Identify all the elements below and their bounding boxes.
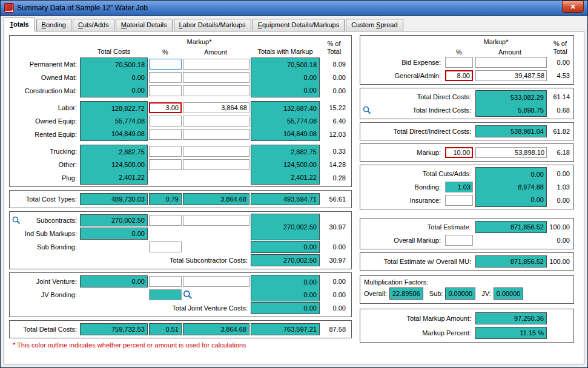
value: 2,401.22	[81, 171, 147, 183]
markup-header: Markup* %Amount	[149, 37, 249, 56]
value: 0.00	[251, 289, 319, 301]
row-label: Total Direct/Indirect Costs:	[363, 128, 473, 135]
row-label: Other:	[12, 161, 79, 168]
pct-of-total: 0.00	[321, 278, 347, 285]
tab-material-details[interactable]: Material Details	[116, 19, 173, 31]
general-admin-pct-input[interactable]	[445, 70, 473, 81]
row-label: Total Detail Costs:	[12, 326, 79, 333]
value: 104,849.08	[81, 128, 147, 140]
app-icon	[4, 3, 14, 13]
row-label: Joint Venture:	[12, 278, 79, 285]
amount-input[interactable]	[183, 59, 249, 70]
amount-input[interactable]	[183, 85, 249, 96]
pct-input[interactable]	[149, 146, 182, 157]
value: 124,500.00	[251, 159, 319, 171]
value: 3,864.68	[183, 193, 249, 205]
row-label: Total Cost Types:	[12, 196, 79, 203]
tab-bar: Totals Bonding Cuts/Adds Material Detail…	[1, 16, 587, 31]
pct-of-total: 0.33	[321, 148, 347, 155]
row-label: Total Direct Costs:	[363, 93, 473, 100]
value: 55,774.08	[251, 115, 319, 127]
sub-bonding-input[interactable]	[149, 242, 182, 252]
pct-input[interactable]	[149, 85, 182, 96]
general-admin-amount-input[interactable]	[475, 70, 547, 81]
row-label: Owned Mat:	[12, 74, 79, 81]
pct-input[interactable]	[149, 72, 182, 83]
bid-expense-pct-input[interactable]	[445, 57, 473, 68]
amount-input[interactable]	[183, 129, 249, 140]
value: 270,002.50	[80, 214, 148, 226]
amount-input[interactable]	[183, 72, 249, 83]
pct-of-total: 61.14	[549, 93, 571, 100]
pct-input[interactable]	[149, 116, 182, 126]
bid-expense-amount-input[interactable]	[475, 57, 547, 68]
summary-data-window: Summary Data of Sample 12" Water Job ✕ T…	[0, 0, 588, 368]
value: 493,594.71	[251, 193, 320, 205]
tab-totals[interactable]: Totals	[4, 18, 35, 31]
jv-bonding-search	[183, 288, 249, 301]
row-label: Subcontracts:	[21, 217, 79, 224]
pct-of-total: 8.09	[321, 61, 347, 68]
pct-of-total: 0.00	[321, 74, 347, 81]
total-estimate-grid: Total Estimate: 871,856.52 100.00 Overal…	[363, 220, 571, 247]
indirect-search-icon[interactable]	[363, 106, 371, 114]
value: 0.00	[251, 84, 319, 96]
markup-header-label: Markup*	[484, 38, 509, 46]
tab-cuts-adds[interactable]: Cuts/Adds	[73, 19, 114, 31]
labor-amount-input[interactable]	[183, 102, 249, 113]
value: 0.00	[80, 228, 148, 240]
total-direct-indirect-row: Total Direct/Indirect Costs: 538,981.04 …	[363, 125, 571, 138]
value: 55,774.08	[81, 115, 147, 127]
pct-of-total: 61.82	[549, 128, 571, 135]
right-table-header-grid: Markup* %Amount % of Total Bid Expense: …	[363, 38, 571, 82]
markup-pct-input[interactable]	[445, 147, 473, 158]
pct-input[interactable]	[149, 129, 182, 140]
tab-label: onding	[46, 21, 66, 28]
row-label: Total Indirect Costs:	[371, 107, 473, 114]
pct-input[interactable]	[149, 159, 182, 170]
row-label: Bonding:	[363, 183, 443, 191]
tab-labor-details-markups[interactable]: Labor Details/Markups	[174, 19, 251, 31]
row-label: Markup Percent:	[363, 329, 473, 337]
amount-input[interactable]	[183, 276, 249, 287]
overall-markup-input[interactable]	[445, 235, 473, 246]
pct-input[interactable]	[149, 59, 182, 70]
value: 0.00	[251, 276, 319, 288]
total-costs-values: 2,882.75 124,500.00 2,401.22	[80, 145, 148, 185]
amount-input[interactable]	[183, 215, 249, 226]
value: 0.00	[81, 84, 147, 96]
tab-equipment-details-markups[interactable]: Equipment Details/Markups	[253, 19, 345, 31]
tab-custom-spread[interactable]: Custom Spread	[346, 19, 403, 31]
insurance-pct-input[interactable]	[445, 195, 473, 206]
value: 270,002.50	[251, 221, 319, 233]
subcontracts-box: Subcontracts: 270,002.50 270,002.50 30.9…	[9, 211, 352, 269]
totals-with-markup-values: 70,500.18 0.00 0.00	[251, 58, 320, 97]
pct-input[interactable]	[149, 276, 182, 287]
joint-venture-grid: Joint Venture: 0.00 0.00 0.00 0.00 0.00 …	[12, 275, 349, 315]
pct-of-total: 0.68	[549, 107, 571, 114]
amount-input[interactable]	[183, 159, 249, 170]
subcontracts-search-icon[interactable]	[12, 216, 21, 225]
markup-totals-box: Total Markup Amount: 97,250.36 Markup Pe…	[360, 309, 574, 343]
jv-bonding-search-icon[interactable]	[183, 290, 193, 300]
jv-bonding-input[interactable]	[149, 289, 182, 300]
value: 3,864.68	[183, 323, 249, 335]
labor-pct-input[interactable]	[149, 102, 182, 113]
pct-of-total-header: % of Total	[549, 38, 571, 56]
row-label: Insurance:	[363, 197, 443, 204]
tab-bonding[interactable]: Bonding	[36, 19, 71, 31]
amount-input[interactable]	[183, 116, 249, 126]
bonding-pct-input[interactable]	[445, 182, 473, 192]
row-label: Plug:	[12, 174, 79, 182]
value: 538,981.04	[475, 125, 547, 137]
total-detail-costs-row: Total Detail Costs: 759,732.53 0.51 3,86…	[12, 323, 349, 336]
total-estimate-box: Total Estimate: 871,856.52 100.00 Overal…	[360, 218, 574, 249]
row-label: Total Estimate:	[363, 223, 473, 231]
tab-label: abor Details/Markups	[183, 21, 246, 28]
amount-header: Amount	[182, 48, 249, 56]
pct-input[interactable]	[149, 215, 182, 226]
markup-amount-input[interactable]	[475, 147, 547, 158]
left-table-header: Total Costs Markup* %Amount Totals with …	[12, 38, 349, 56]
amount-input[interactable]	[183, 146, 249, 157]
close-button[interactable]: ✕	[562, 1, 584, 13]
